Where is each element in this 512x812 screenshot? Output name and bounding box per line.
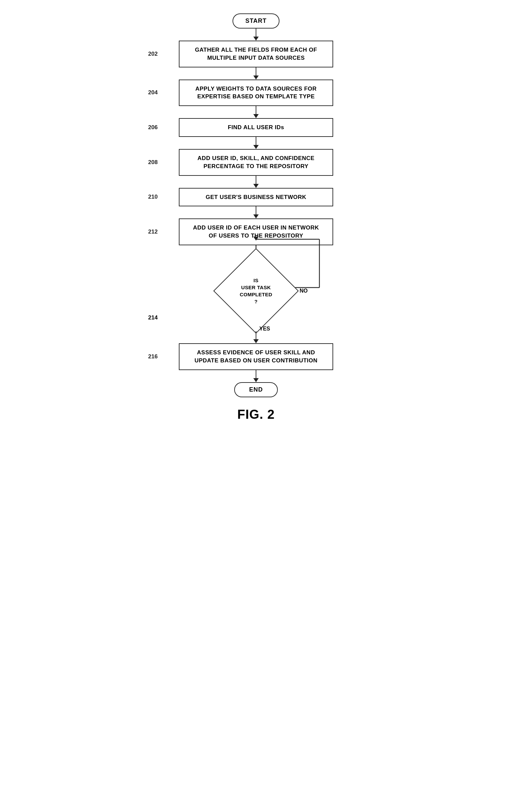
step-210-label: 210 [148,194,158,200]
arrow-head [253,76,259,80]
step-208-label: 208 [148,159,158,166]
step-206-label: 206 [148,124,158,131]
arrow-7 [253,370,259,382]
diamond-container: IS USER TASK COMPLETED ? [216,261,296,321]
step-216-label: 216 [148,353,158,360]
arrow-line [256,176,257,184]
step-212-label: 212 [148,229,158,235]
end-terminal: END [234,382,278,397]
step-212-box: ADD USER ID OF EACH USER IN NETWORK OF U… [179,219,333,245]
step-206-row: 206 FIND ALL USER IDs [128,118,384,137]
step-210-box: GET USER'S BUSINESS NETWORK [179,188,333,207]
arrow-3 [253,137,259,149]
step-206-box: FIND ALL USER IDs [179,118,333,137]
arrow-4 [253,176,259,188]
decision-214-row: IS USER TASK COMPLETED ? 214 NO YES [128,257,384,324]
flowchart: START 202 GATHER ALL THE FIELDS FROM EAC… [128,13,384,422]
step-208-row: 208 ADD USER ID, SKILL, AND CONFIDENCE P… [128,149,384,176]
step-204-row: 204 APPLY WEIGHTS TO DATA SOURCES FOR EX… [128,80,384,106]
step-202-row: 202 GATHER ALL THE FIELDS FROM EACH OF M… [128,40,384,67]
arrow-head [253,36,259,40]
arrow-1 [253,67,259,80]
yes-label: YES [259,326,270,332]
arrow-head [253,184,259,188]
arrow-head [253,378,259,382]
arrow-head [253,114,259,118]
page-container: START 202 GATHER ALL THE FIELDS FROM EAC… [128,13,384,422]
arrow-line [256,67,257,76]
arrow-0 [253,29,259,40]
arrow-2 [253,106,259,118]
end-row: END [128,382,384,397]
decision-214-text: IS USER TASK COMPLETED ? [240,277,273,305]
arrow-head [253,339,259,343]
step-202-box: GATHER ALL THE FIELDS FROM EACH OF MULTI… [179,40,333,67]
arrow-6 [253,331,259,343]
arrow-head [253,145,259,149]
step-216-row: 216 ASSESS EVIDENCE OF USER SKILL AND UP… [128,343,384,370]
arrow-head [253,214,259,219]
figure-label: FIG. 2 [237,407,275,422]
start-row: START [128,13,384,29]
no-label: NO [300,288,308,294]
arrow-line [256,106,257,114]
arrow-line [256,206,257,214]
step-216-box: ASSESS EVIDENCE OF USER SKILL AND UPDATE… [179,343,333,370]
step-202-label: 202 [148,51,158,57]
step-204-box: APPLY WEIGHTS TO DATA SOURCES FOR EXPERT… [179,80,333,106]
arrow-line [256,370,257,378]
step-212-row: 212 ADD USER ID OF EACH USER IN NETWORK … [128,219,384,245]
step-204-label: 204 [148,89,158,96]
start-terminal: START [232,13,280,29]
arrow-line [256,331,257,339]
step-210-row: 210 GET USER'S BUSINESS NETWORK [128,188,384,207]
arrow-line [256,137,257,145]
arrow-5 [253,206,259,219]
step-208-box: ADD USER ID, SKILL, AND CONFIDENCE PERCE… [179,149,333,176]
step-214-label: 214 [148,314,158,321]
arrow-line [256,29,257,36]
